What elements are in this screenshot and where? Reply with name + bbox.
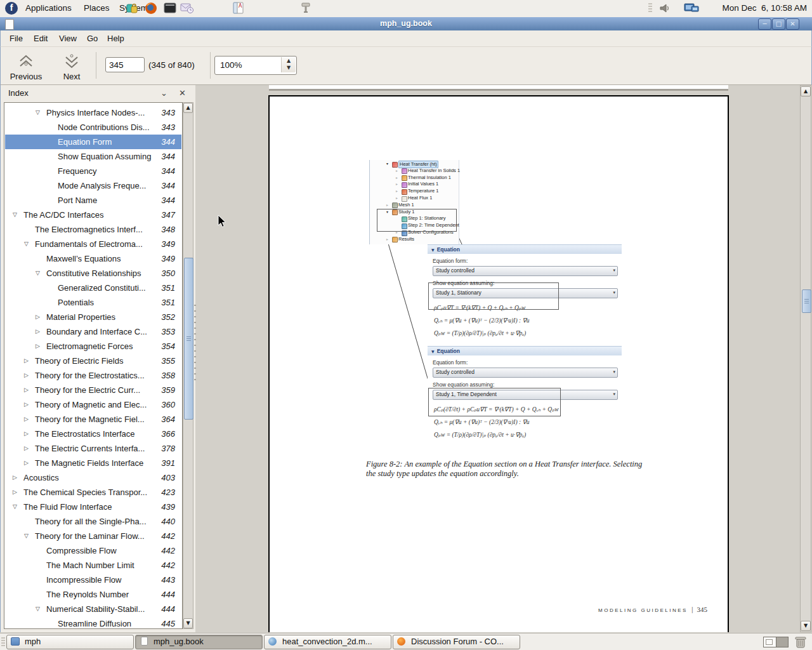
index-item-electromagnetic-forces[interactable]: ▷Electromagnetic Forces354	[5, 339, 181, 354]
index-item-acoustics[interactable]: ▷Acoustics403	[5, 470, 181, 485]
expand-arrow-icon[interactable]: ▷	[24, 427, 29, 441]
previous-page-button[interactable]: Previous	[6, 50, 46, 83]
expand-arrow-icon[interactable]: ▷	[36, 324, 40, 339]
menu-applications[interactable]: Applications	[20, 0, 77, 17]
doc-scroll-up-icon[interactable]: ▲	[801, 86, 811, 96]
workspace-switcher[interactable]	[763, 637, 789, 647]
chevron-down-icon[interactable]: ⌄	[160, 85, 167, 102]
index-item-theory-for-the-laminar-flow[interactable]: ▽Theory for the Laminar Flow...442	[5, 529, 181, 543]
index-item-the-electromagnetics-interf[interactable]: The Electromagnetics Interf...348	[5, 222, 181, 237]
index-item-port-name[interactable]: Port Name344	[5, 193, 181, 208]
tool-icon[interactable]	[299, 2, 312, 15]
index-scrollbar[interactable]: ▲ ▼	[183, 102, 193, 629]
collapse-arrow-icon[interactable]: ▽	[36, 266, 40, 281]
collapse-arrow-icon[interactable]: ▽	[24, 529, 29, 543]
index-item-streamline-diffusion[interactable]: Streamline Diffusion445	[5, 616, 181, 629]
index-item-theory-of-magnetic-and-elec[interactable]: ▷Theory of Magnetic and Elec...360	[5, 397, 181, 412]
terminal-icon[interactable]	[164, 2, 176, 15]
menu-edit[interactable]: Edit	[27, 30, 54, 46]
document-scrollbar[interactable]: ▲ ▼	[800, 85, 811, 632]
index-item-frequency[interactable]: Frequency344	[5, 164, 181, 178]
zoom-spinner-icon[interactable]: ▲▼	[281, 57, 296, 72]
taskbar-grip[interactable]	[1, 637, 5, 647]
collapse-arrow-icon[interactable]: ▽	[13, 500, 17, 514]
menu-view[interactable]: View	[53, 30, 83, 46]
index-item-the-ac-dc-interfaces[interactable]: ▽The AC/DC Interfaces347	[5, 208, 181, 222]
expand-arrow-icon[interactable]: ▷	[24, 441, 29, 456]
zoom-combobox[interactable]: 100% ▲▼	[214, 56, 297, 75]
expand-arrow-icon[interactable]: ▷	[36, 339, 40, 354]
maximize-button[interactable]: □	[772, 18, 785, 30]
menu-places[interactable]: Places	[79, 0, 115, 17]
collapse-arrow-icon[interactable]: ▽	[13, 208, 17, 222]
scroll-down-icon[interactable]: ▼	[183, 618, 193, 628]
fedora-logo-icon[interactable]: f	[5, 2, 18, 15]
display-icon[interactable]	[684, 2, 697, 15]
collapse-arrow-icon[interactable]: ▽	[36, 105, 40, 120]
index-item-maxwell-s-equations[interactable]: Maxwell’s Equations349	[5, 251, 181, 266]
index-item-the-mach-number-limit[interactable]: The Mach Number Limit442	[5, 558, 181, 573]
sidebar-close-icon[interactable]: ✕	[179, 85, 186, 102]
expand-arrow-icon[interactable]: ▷	[24, 456, 29, 470]
minimize-button[interactable]: ─	[758, 18, 771, 30]
index-item-the-fluid-flow-interface[interactable]: ▽The Fluid Flow Interface439	[5, 500, 181, 514]
index-item-theory-for-the-electric-curr[interactable]: ▷Theory for the Electric Curr...359	[5, 383, 181, 397]
index-item-node-contributions-dis[interactable]: Node Contributions Dis...343	[5, 120, 181, 135]
index-item-fundamentals-of-electroma[interactable]: ▽Fundamentals of Electroma...349	[5, 237, 181, 251]
equation-section-header[interactable]: ▼Equation	[428, 346, 622, 355]
index-item-theory-for-the-electrostatics[interactable]: ▷Theory for the Electrostatics...358	[5, 368, 181, 383]
taskbar-button-discussion-forum-co[interactable]: Discussion Forum - CO...	[393, 635, 520, 649]
index-item-theory-for-the-magnetic-fiel[interactable]: ▷Theory for the Magnetic Fiel...364	[5, 412, 181, 427]
equation-form-select[interactable]: Study controlled▾	[433, 368, 618, 378]
taskbar-button-mph-ug-book[interactable]: mph_ug.book	[135, 635, 263, 649]
index-item-the-chemical-species-transpor[interactable]: ▷The Chemical Species Transpor...423	[5, 485, 181, 500]
menu-file[interactable]: File	[3, 30, 29, 46]
equation-form-select[interactable]: Study controlled▾	[433, 266, 618, 276]
index-item-the-magnetic-fields-interface[interactable]: ▷The Magnetic Fields Interface391	[5, 456, 181, 470]
expand-arrow-icon[interactable]: ▷	[36, 310, 40, 324]
sidebar-title[interactable]: Index	[8, 85, 29, 102]
document-scrollbar-thumb[interactable]	[802, 289, 811, 313]
index-item-material-properties[interactable]: ▷Material Properties352	[5, 310, 181, 324]
panel-grip[interactable]	[648, 3, 652, 13]
index-item-constitutive-relationships[interactable]: ▽Constitutive Relationships350	[5, 266, 181, 281]
clock[interactable]: Mon Dec 6, 10:58 AM	[722, 0, 807, 17]
page-number-input[interactable]	[105, 57, 145, 72]
taskbar-button-mph[interactable]: mph	[6, 635, 134, 649]
index-item-the-electric-currents-interfa[interactable]: ▷The Electric Currents Interfa...378	[5, 441, 181, 456]
workspace-2[interactable]	[776, 637, 788, 647]
expand-arrow-icon[interactable]: ▷	[24, 354, 29, 368]
expand-arrow-icon[interactable]: ▷	[13, 470, 17, 485]
keyring-icon[interactable]	[126, 2, 138, 15]
trash-icon[interactable]	[794, 635, 807, 648]
index-item-boundary-and-interface-c[interactable]: ▷Boundary and Interface C...353	[5, 324, 181, 339]
workspace-1[interactable]	[764, 637, 776, 647]
close-button[interactable]: ✕	[786, 18, 799, 30]
index-item-numerical-stability-stabil[interactable]: ▽Numerical Stability-Stabil...444	[5, 602, 181, 616]
index-item-show-equation-assuming[interactable]: Show Equation Assuming344	[5, 149, 181, 164]
equation-section-header[interactable]: ▼Equation	[428, 244, 622, 254]
card-game-icon[interactable]: A	[232, 2, 245, 15]
expand-arrow-icon[interactable]: ▷	[24, 397, 29, 412]
index-item-potentials[interactable]: Potentials351	[5, 295, 181, 310]
window-titlebar[interactable]: mph_ug.book ─ □ ✕	[0, 17, 812, 31]
index-item-the-electrostatics-interface[interactable]: ▷The Electrostatics Interface366	[5, 427, 181, 441]
next-page-button[interactable]: Next	[51, 50, 92, 83]
index-scrollbar-thumb[interactable]	[184, 258, 193, 420]
index-item-incompressible-flow[interactable]: Incompressible Flow443	[5, 573, 181, 587]
index-item-physics-interface-nodes[interactable]: ▽Physics Interface Nodes-...343	[5, 105, 181, 120]
index-item-generalized-constituti[interactable]: Generalized Constituti...351	[5, 281, 181, 295]
scroll-up-icon[interactable]: ▲	[183, 103, 193, 113]
index-item-compressible-flow[interactable]: Compressible Flow442	[5, 543, 181, 558]
menu-help[interactable]: Help	[101, 30, 131, 46]
firefox-icon[interactable]	[145, 2, 157, 15]
index-item-theory-for-all-the-single-pha[interactable]: Theory for all the Single-Pha...440	[5, 514, 181, 529]
collapse-arrow-icon[interactable]: ▽	[24, 237, 29, 251]
index-item-the-reynolds-number[interactable]: The Reynolds Number444	[5, 587, 181, 602]
collapse-arrow-icon[interactable]: ▽	[36, 602, 40, 616]
volume-icon[interactable]	[658, 2, 671, 15]
expand-arrow-icon[interactable]: ▷	[24, 412, 29, 427]
expand-arrow-icon[interactable]: ▷	[13, 485, 17, 500]
index-item-theory-of-electric-fields[interactable]: ▷Theory of Electric Fields355	[5, 354, 181, 368]
index-item-equation-form[interactable]: Equation Form344	[5, 135, 181, 149]
